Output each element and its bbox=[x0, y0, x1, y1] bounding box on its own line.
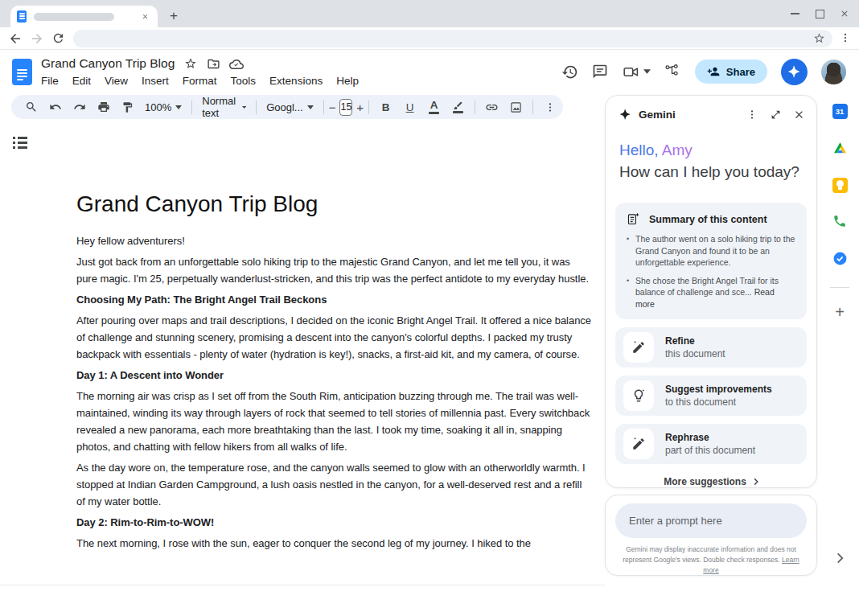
zoom-select[interactable]: 100% bbox=[140, 97, 187, 117]
menu-format[interactable]: Format bbox=[183, 75, 217, 87]
keep-icon[interactable] bbox=[830, 175, 849, 195]
toolbar-more-icon[interactable] bbox=[538, 97, 561, 117]
move-folder-icon[interactable] bbox=[207, 57, 220, 70]
summary-bullet-list: The author went on a solo hiking trip to… bbox=[627, 233, 795, 310]
gemini-expand-icon[interactable] bbox=[767, 106, 783, 122]
person-add-icon bbox=[707, 65, 720, 78]
suggestion-title: Rephrase bbox=[665, 432, 755, 444]
gemini-close-icon[interactable] bbox=[791, 106, 807, 122]
browser-toolbar bbox=[0, 27, 859, 50]
close-window-icon[interactable] bbox=[840, 9, 849, 18]
tasks-icon[interactable] bbox=[830, 248, 849, 268]
document-title[interactable]: Grand Canyon Trip Blog bbox=[41, 56, 175, 71]
font-select[interactable]: Googl... bbox=[261, 97, 319, 117]
insert-image-icon[interactable] bbox=[504, 97, 528, 117]
doc-paragraph: Hey fellow adventurers! bbox=[76, 232, 591, 249]
font-value: Googl... bbox=[266, 101, 303, 113]
cloud-status-icon[interactable] bbox=[229, 57, 242, 70]
tab-close-icon[interactable] bbox=[138, 10, 151, 23]
suggestion-subtitle: to this document bbox=[665, 396, 772, 409]
menu-tools[interactable]: Tools bbox=[231, 75, 257, 87]
star-icon[interactable] bbox=[184, 57, 197, 70]
decrease-font-button[interactable]: − bbox=[329, 101, 336, 114]
bold-button[interactable]: B bbox=[374, 97, 397, 117]
suggestion-refine[interactable]: Refine this document bbox=[615, 327, 807, 368]
docs-logo-icon[interactable] bbox=[12, 59, 32, 85]
menu-edit[interactable]: Edit bbox=[72, 75, 91, 87]
styles-select[interactable]: Normal text bbox=[197, 97, 251, 117]
gemini-button[interactable] bbox=[781, 59, 808, 85]
get-addons-icon[interactable]: + bbox=[830, 302, 849, 322]
summary-bullet: The author went on a solo hiking trip to… bbox=[627, 233, 795, 269]
meet-button[interactable] bbox=[623, 64, 651, 80]
summarize-icon bbox=[627, 212, 640, 226]
browser-tab-strip: + bbox=[0, 0, 859, 27]
gemini-menu-icon[interactable] bbox=[744, 106, 760, 122]
suggestion-subtitle: this document bbox=[665, 348, 725, 360]
underline-button[interactable]: U bbox=[398, 97, 421, 117]
print-icon[interactable] bbox=[92, 97, 115, 117]
account-avatar[interactable] bbox=[821, 60, 846, 84]
document-outline-icon[interactable] bbox=[13, 137, 27, 150]
doc-heading: Day 2: Rim-to-Rim-to-WOW! bbox=[76, 514, 591, 531]
doc-paragraph: Just got back from an unforgettable solo… bbox=[76, 253, 591, 287]
address-bar[interactable] bbox=[73, 30, 832, 47]
summary-bullet: She chose the Bright Angel Trail for its… bbox=[627, 275, 795, 310]
suggestion-subtitle: part of this document bbox=[665, 445, 755, 457]
chevron-down-icon bbox=[242, 105, 246, 109]
doc-paragraph: As the day wore on, the temperature rose… bbox=[76, 459, 591, 510]
menu-view[interactable]: View bbox=[105, 75, 128, 87]
maximize-icon[interactable] bbox=[815, 9, 824, 18]
calendar-icon[interactable]: 31 bbox=[830, 101, 849, 121]
menu-extensions[interactable]: Extensions bbox=[269, 75, 323, 87]
menu-bar: FileEditViewInsertFormatToolsExtensionsH… bbox=[41, 72, 561, 88]
undo-icon[interactable] bbox=[43, 97, 67, 117]
docs-tab-icon bbox=[17, 10, 27, 23]
more-suggestions-link[interactable]: More suggestions bbox=[606, 476, 816, 487]
suggestion-improve[interactable]: Suggest improvements to this document bbox=[615, 376, 807, 416]
workflow-icon[interactable] bbox=[664, 64, 681, 80]
prompt-input[interactable] bbox=[615, 503, 807, 538]
doc-body[interactable]: Grand Canyon Trip Blog Hey fellow advent… bbox=[76, 119, 591, 585]
share-button[interactable]: Share bbox=[695, 60, 767, 84]
browser-tab[interactable] bbox=[10, 6, 158, 27]
paint-format-icon[interactable] bbox=[116, 97, 139, 117]
forward-icon[interactable] bbox=[30, 31, 44, 46]
increase-font-button[interactable]: + bbox=[356, 101, 364, 114]
menu-help[interactable]: Help bbox=[336, 75, 359, 87]
search-icon[interactable] bbox=[19, 97, 43, 117]
insert-link-icon[interactable] bbox=[480, 97, 503, 117]
comments-icon[interactable] bbox=[592, 64, 609, 80]
docs-header: Grand Canyon Trip Blog FileEditViewInser… bbox=[0, 51, 859, 92]
font-size-input[interactable]: 15 bbox=[339, 99, 352, 116]
browser-menu-icon[interactable] bbox=[840, 31, 851, 46]
new-tab-button[interactable]: + bbox=[166, 8, 182, 24]
menu-file[interactable]: File bbox=[41, 75, 59, 87]
gemini-disclaimer: Gemini may display inaccurate informatio… bbox=[615, 544, 807, 576]
drive-icon[interactable] bbox=[830, 138, 849, 158]
suggestion-rephrase[interactable]: Rephrase part of this document bbox=[615, 424, 807, 464]
header-actions: Share bbox=[561, 59, 846, 85]
back-icon[interactable] bbox=[8, 31, 23, 46]
reload-icon[interactable] bbox=[51, 31, 66, 46]
text-color-label: A bbox=[430, 100, 438, 111]
workspace-side-rail: 31 + bbox=[820, 95, 859, 616]
menu-insert[interactable]: Insert bbox=[142, 75, 169, 87]
highlight-color-button[interactable] bbox=[446, 97, 470, 117]
doc-heading: Day 1: A Descent into Wonder bbox=[76, 367, 591, 384]
text-color-button[interactable]: A bbox=[422, 97, 446, 117]
greeting-question: How can I help you today? bbox=[619, 162, 803, 181]
phone-icon[interactable] bbox=[830, 211, 849, 231]
gemini-panel-title: Gemini bbox=[639, 109, 737, 121]
redo-icon[interactable] bbox=[68, 97, 91, 117]
google-docs-window: + bbox=[0, 0, 859, 616]
chevron-down-icon bbox=[307, 105, 314, 109]
docs-toolbar: 100% Normal text Googl... − 15 + B U A bbox=[11, 95, 563, 119]
summary-card[interactable]: Summary of this content The author went … bbox=[615, 203, 807, 319]
minimize-icon[interactable] bbox=[790, 9, 799, 18]
chevron-down-icon bbox=[175, 105, 182, 109]
bookmark-star-icon[interactable] bbox=[813, 32, 825, 44]
read-more-link[interactable]: Read more bbox=[635, 287, 775, 309]
chevron-right-icon[interactable] bbox=[830, 548, 849, 568]
version-history-icon[interactable] bbox=[561, 64, 578, 80]
